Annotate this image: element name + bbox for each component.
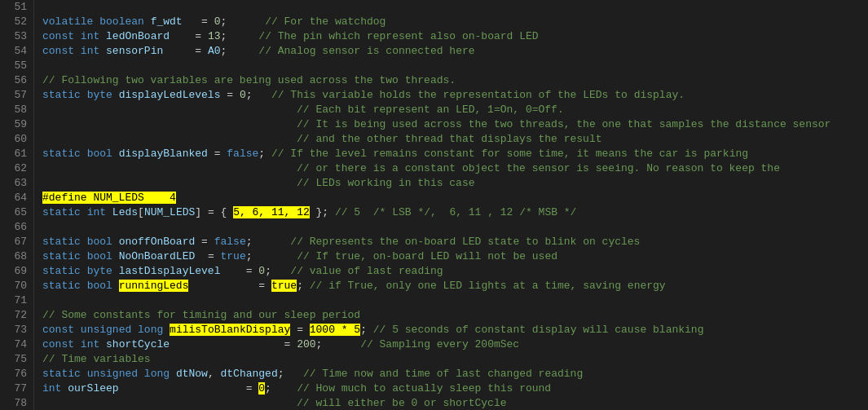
line-number: 53: [0, 29, 27, 44]
code-line: [42, 293, 868, 308]
line-number: 51: [0, 0, 27, 15]
code-line: // Following two variables are being use…: [42, 73, 868, 88]
code-editor: 5152535455565758596061626364656667686970…: [0, 0, 868, 410]
code-line: static bool onoffOnBoard = false; // Rep…: [42, 235, 868, 249]
code-line: int ourSleep = 0; // How much to actuall…: [42, 381, 868, 396]
line-number: 54: [0, 44, 27, 59]
line-number: 60: [0, 132, 27, 147]
line-number: 57: [0, 88, 27, 103]
code-line: [42, 59, 868, 73]
code-line: [42, 0, 868, 15]
code-line: #define NUM_LEDS 4: [42, 191, 868, 205]
code-content[interactable]: volatile boolean f_wdt = 0; // For the w…: [34, 0, 868, 410]
code-line: static byte lastDisplayLevel = 0; // val…: [42, 264, 868, 279]
line-number: 65: [0, 205, 27, 220]
line-number: 77: [0, 381, 27, 396]
line-number: 62: [0, 161, 27, 176]
line-number: 64: [0, 191, 27, 205]
line-number: 71: [0, 293, 27, 308]
line-number: 63: [0, 176, 27, 191]
code-line: // Each bit represent an LED, 1=On, 0=Of…: [42, 103, 868, 117]
code-line: const int ledOnBoard = 13; // The pin wh…: [42, 29, 868, 44]
line-number: 70: [0, 279, 27, 293]
code-line: // and the other thread that displays th…: [42, 132, 868, 147]
line-number: 55: [0, 59, 27, 73]
code-line: static byte displayLedLevels = 0; // Thi…: [42, 88, 868, 103]
code-line: static bool NoOnBoardLED = true; // If t…: [42, 249, 868, 264]
code-line: // will either be 0 or shortCycle: [42, 396, 868, 410]
line-number: 56: [0, 73, 27, 88]
code-line: // or there is a constant object the sen…: [42, 161, 868, 176]
line-number: 61: [0, 147, 27, 161]
line-number: 66: [0, 220, 27, 235]
line-number: 58: [0, 103, 27, 117]
line-number: 67: [0, 235, 27, 249]
code-line: // Time variables: [42, 352, 868, 367]
code-line: static int Leds[NUM_LEDS] = { 5, 6, 11, …: [42, 205, 868, 220]
line-number: 75: [0, 352, 27, 367]
code-line: // Some constants for timinig and our sl…: [42, 308, 868, 323]
line-number: 68: [0, 249, 27, 264]
line-number: 76: [0, 367, 27, 381]
line-number: 69: [0, 264, 27, 279]
code-line: [42, 220, 868, 235]
line-number: 74: [0, 337, 27, 352]
code-line: const int sensorPin = A0; // Analog sens…: [42, 44, 868, 59]
code-line: static bool displayBlanked = false; // I…: [42, 147, 868, 161]
code-line: const int shortCycle = 200; // Sampling …: [42, 337, 868, 352]
line-number: 73: [0, 323, 27, 337]
line-number: 72: [0, 308, 27, 323]
line-number: 78: [0, 396, 27, 410]
code-line: // It is being used across the two threa…: [42, 117, 868, 132]
code-line: static unsigned long dtNow, dtChanged; /…: [42, 367, 868, 381]
code-line: static bool runningLeds = true; // if Tr…: [42, 279, 868, 293]
line-number: 52: [0, 15, 27, 29]
line-number: 59: [0, 117, 27, 132]
line-numbers: 5152535455565758596061626364656667686970…: [0, 0, 34, 410]
code-line: volatile boolean f_wdt = 0; // For the w…: [42, 15, 868, 29]
code-line: // LEDs working in this case: [42, 176, 868, 191]
code-line: const unsigned long milisToBlankDisplay …: [42, 323, 868, 337]
